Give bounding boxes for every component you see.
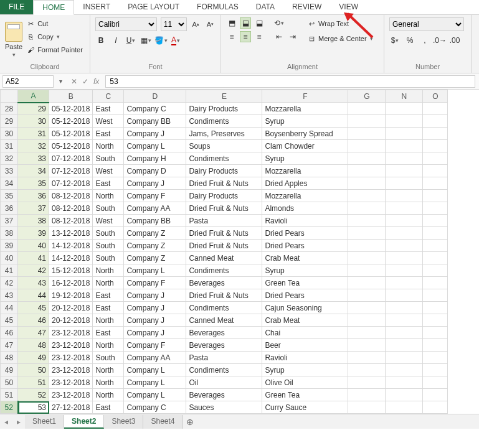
cell[interactable] <box>423 364 448 376</box>
cell[interactable]: 07-12-2018 <box>49 152 93 165</box>
align-top-button[interactable]: ⬒ <box>226 17 237 29</box>
cell[interactable]: 05-12-2018 <box>49 128 93 140</box>
row-header[interactable]: 45 <box>1 314 18 327</box>
cell[interactable] <box>348 252 386 264</box>
cell[interactable]: 29 <box>18 103 49 115</box>
cell[interactable] <box>423 202 448 215</box>
cell[interactable] <box>386 302 423 314</box>
row-header[interactable]: 40 <box>1 252 18 264</box>
row-header[interactable]: 44 <box>1 302 18 314</box>
cell[interactable]: Olive Oil <box>262 376 348 389</box>
cell[interactable] <box>348 215 386 227</box>
cell[interactable] <box>386 165 423 177</box>
row-header[interactable]: 31 <box>1 140 18 152</box>
cell[interactable]: Dried Pears <box>262 240 348 252</box>
underline-button[interactable]: U▾ <box>125 35 136 46</box>
cell[interactable]: Company J <box>124 314 186 327</box>
cell[interactable] <box>348 152 386 165</box>
cell[interactable]: Mozzarella <box>262 190 348 202</box>
cell[interactable] <box>423 140 448 152</box>
tab-file[interactable]: FILE <box>0 0 33 14</box>
cell[interactable]: 49 <box>18 352 49 364</box>
align-bottom-button[interactable]: ⬓ <box>254 17 265 29</box>
cell[interactable]: Company C <box>124 103 186 115</box>
cell[interactable]: 50 <box>18 364 49 376</box>
row-header[interactable]: 39 <box>1 240 18 252</box>
col-header-E[interactable]: E <box>186 90 262 103</box>
cell[interactable] <box>348 339 386 352</box>
row-header[interactable]: 52 <box>1 401 18 414</box>
cell[interactable]: Curry Sauce <box>262 401 348 414</box>
cell[interactable]: 05-12-2018 <box>49 115 93 128</box>
row-header[interactable]: 29 <box>1 115 18 128</box>
cell[interactable]: 39 <box>18 227 49 240</box>
cell[interactable]: West <box>93 215 124 227</box>
cell[interactable]: East <box>93 327 124 339</box>
cell[interactable] <box>386 140 423 152</box>
row-header[interactable]: 37 <box>1 215 18 227</box>
tab-insert[interactable]: INSERT <box>74 0 119 14</box>
cell[interactable]: 35 <box>18 177 49 190</box>
cell[interactable]: 46 <box>18 314 49 327</box>
cell[interactable] <box>348 289 386 302</box>
cell[interactable]: Company AA <box>124 352 186 364</box>
cell[interactable]: Dairy Products <box>186 103 262 115</box>
cell[interactable]: 08-12-2018 <box>49 190 93 202</box>
sheet-nav-prev[interactable]: ◂ <box>0 418 12 426</box>
cell[interactable]: North <box>93 389 124 401</box>
cell[interactable]: Pasta <box>186 215 262 227</box>
cell[interactable] <box>386 115 423 128</box>
cell[interactable]: Company F <box>124 339 186 352</box>
cell[interactable] <box>348 364 386 376</box>
cell[interactable] <box>423 327 448 339</box>
cell[interactable]: Dried Apples <box>262 177 348 190</box>
decrease-decimal-button[interactable]: .00 <box>449 35 460 46</box>
cell[interactable]: South <box>93 152 124 165</box>
cell[interactable]: Company D <box>124 165 186 177</box>
sheet-tab-sheet2[interactable]: Sheet2 <box>64 415 104 429</box>
cell[interactable]: 34 <box>18 165 49 177</box>
cell[interactable]: Condiments <box>186 364 262 376</box>
cell[interactable]: West <box>93 165 124 177</box>
cell[interactable]: Company L <box>124 376 186 389</box>
cell[interactable] <box>423 215 448 227</box>
cell[interactable]: Company J <box>124 177 186 190</box>
font-size-select[interactable]: 11 <box>161 17 187 31</box>
cell[interactable]: 47 <box>18 327 49 339</box>
orientation-button[interactable]: ⟲▾ <box>273 17 285 29</box>
cell[interactable]: 07-12-2018 <box>49 165 93 177</box>
row-header[interactable]: 28 <box>1 103 18 115</box>
cell[interactable]: 27-12-2018 <box>49 401 93 414</box>
cell[interactable]: 23-12-2018 <box>49 352 93 364</box>
cancel-formula-icon[interactable]: ✕ <box>71 77 77 86</box>
tab-home[interactable]: HOME <box>33 0 74 15</box>
cell[interactable] <box>348 177 386 190</box>
cell[interactable] <box>348 202 386 215</box>
cell[interactable]: 32 <box>18 140 49 152</box>
align-middle-button[interactable]: ⬓ <box>240 17 251 29</box>
cell[interactable] <box>348 389 386 401</box>
cell[interactable]: Dried Pears <box>262 227 348 240</box>
cell[interactable]: 52 <box>18 389 49 401</box>
cell[interactable]: Company AA <box>124 202 186 215</box>
cell[interactable] <box>386 128 423 140</box>
cell[interactable] <box>423 277 448 289</box>
cell[interactable]: Company F <box>124 277 186 289</box>
cell[interactable] <box>348 376 386 389</box>
cell[interactable]: Dairy Products <box>186 190 262 202</box>
cell[interactable]: Condiments <box>186 115 262 128</box>
cell[interactable] <box>423 152 448 165</box>
decrease-font-button[interactable]: A▾ <box>205 19 216 30</box>
row-header[interactable]: 35 <box>1 190 18 202</box>
cell[interactable] <box>386 227 423 240</box>
cell[interactable] <box>386 177 423 190</box>
cell[interactable]: Beer <box>262 339 348 352</box>
cell[interactable]: East <box>93 128 124 140</box>
tab-data[interactable]: DATA <box>247 0 283 14</box>
cell[interactable]: East <box>93 177 124 190</box>
select-all-cell[interactable] <box>1 90 18 103</box>
cell[interactable]: Green Tea <box>262 389 348 401</box>
cell[interactable] <box>348 327 386 339</box>
percent-button[interactable]: % <box>404 35 415 46</box>
italic-button[interactable]: I <box>110 35 121 46</box>
